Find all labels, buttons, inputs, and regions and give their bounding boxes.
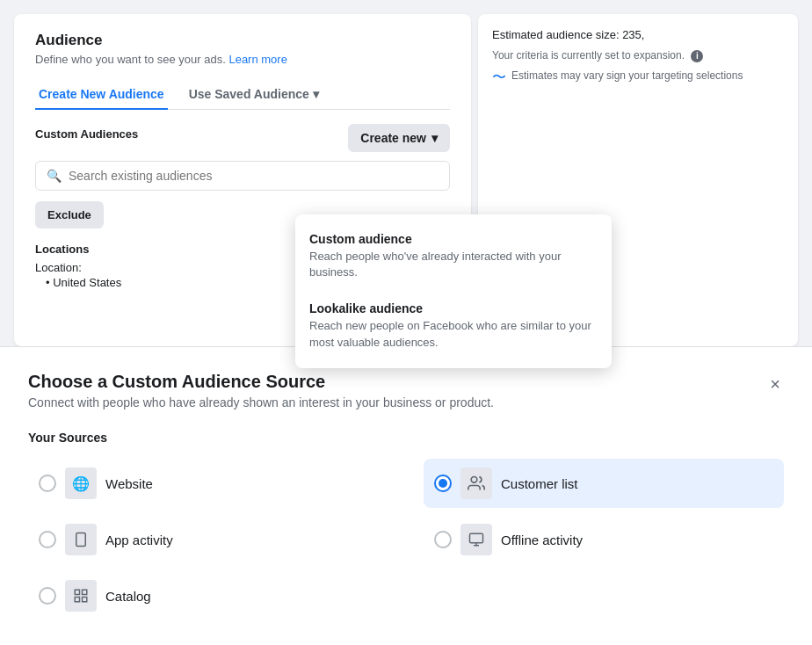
search-box: 🔍 — [35, 161, 450, 191]
dropdown-item-lookalike-desc: Reach new people on Facebook who are sim… — [309, 318, 598, 350]
estimated-audience-size: Estimated audience size: 235, — [492, 28, 784, 41]
source-item-customer-list[interactable]: Customer list — [424, 459, 784, 508]
catalog-icon — [65, 580, 97, 612]
svg-rect-7 — [83, 590, 87, 594]
create-new-button[interactable]: Create new ▾ — [348, 124, 450, 152]
tab-use-saved[interactable]: Use Saved Audience ▾ — [185, 80, 323, 110]
app-activity-icon — [65, 524, 97, 555]
learn-more-link[interactable]: Learn more — [228, 53, 286, 66]
audience-title: Audience — [35, 32, 450, 49]
radio-customer-list[interactable] — [434, 475, 452, 492]
radio-offline-activity[interactable] — [434, 531, 452, 548]
svg-rect-9 — [83, 598, 87, 602]
modal-title: Choose a Custom Audience Source — [28, 372, 494, 392]
dropdown-item-custom-desc: Reach people who've already interacted w… — [309, 249, 598, 280]
modal-close-button[interactable]: × — [766, 372, 784, 396]
customer-list-icon — [460, 467, 492, 499]
source-item-website[interactable]: 🌐 Website — [28, 459, 388, 508]
sources-label: Your Sources — [28, 431, 784, 445]
search-icon: 🔍 — [47, 169, 62, 183]
exclude-button[interactable]: Exclude — [35, 201, 104, 228]
svg-point-0 — [471, 477, 477, 483]
criteria-text: Your criteria is currently set to expans… — [492, 48, 784, 63]
chevron-down-icon: ▾ — [313, 87, 319, 101]
website-icon: 🌐 — [65, 467, 97, 499]
source-item-catalog[interactable]: Catalog — [28, 571, 388, 620]
modal-subtitle: Connect with people who have already sho… — [28, 395, 494, 409]
wave-icon: 〜 — [492, 69, 506, 87]
source-item-offline-activity[interactable]: Offline activity — [424, 515, 784, 564]
modal-header: Choose a Custom Audience Source Connect … — [28, 372, 784, 409]
radio-app-activity[interactable] — [39, 531, 56, 548]
source-item-app-activity[interactable]: App activity — [28, 515, 388, 564]
svg-rect-3 — [470, 533, 483, 543]
dropdown-arrow-icon: ▾ — [431, 131, 438, 145]
dropdown-item-lookalike-title: Lookalike audience — [309, 301, 598, 315]
radio-website[interactable] — [39, 475, 56, 492]
create-new-dropdown: Custom audience Reach people who've alre… — [295, 214, 612, 368]
estimates-text: Estimates may vary sign your targeting s… — [511, 69, 743, 83]
svg-rect-6 — [75, 590, 79, 594]
source-label-customer-list: Customer list — [501, 476, 578, 491]
source-label-catalog: Catalog — [105, 589, 151, 604]
source-label-offline-activity: Offline activity — [501, 533, 583, 547]
dropdown-item-custom-title: Custom audience — [309, 232, 598, 246]
dropdown-item-custom[interactable]: Custom audience Reach people who've alre… — [295, 221, 612, 291]
sources-grid: 🌐 Website Customer list — [28, 459, 784, 620]
source-label-app-activity: App activity — [105, 533, 173, 547]
custom-audiences-label: Custom Audiences — [35, 127, 138, 141]
audience-subtitle: Define who you want to see your ads. Lea… — [35, 53, 450, 66]
svg-rect-8 — [75, 598, 79, 602]
search-input[interactable] — [69, 169, 439, 183]
audience-tabs: Create New Audience Use Saved Audience ▾ — [35, 80, 450, 110]
offline-activity-icon — [460, 524, 492, 555]
radio-dot — [439, 479, 447, 488]
audience-card: Audience Define who you want to see your… — [14, 14, 471, 346]
info-icon: i — [691, 50, 703, 62]
source-label-website: Website — [105, 476, 153, 491]
dropdown-item-lookalike[interactable]: Lookalike audience Reach new people on F… — [295, 291, 612, 360]
choose-source-modal: Choose a Custom Audience Source Connect … — [0, 346, 812, 645]
tab-create-new[interactable]: Create New Audience — [35, 80, 168, 110]
radio-catalog[interactable] — [39, 587, 56, 605]
